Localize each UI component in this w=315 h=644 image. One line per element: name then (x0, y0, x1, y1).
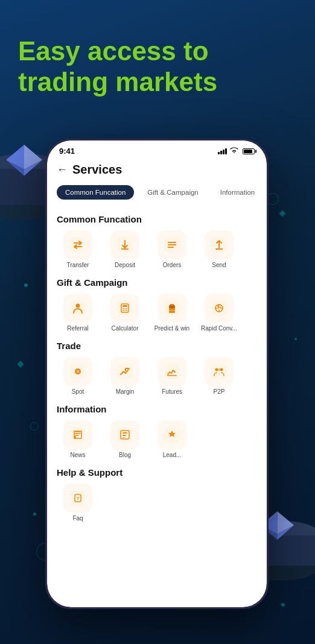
icon-item-orders[interactable]: Orders (151, 230, 193, 269)
status-time: 9:41 (59, 147, 75, 156)
transfer-label: Transfer (67, 262, 89, 269)
p2p-icon (211, 364, 227, 379)
icon-item-send[interactable]: Send (198, 230, 240, 269)
svg-rect-45 (211, 364, 227, 379)
svg-point-24 (76, 304, 80, 308)
spot-label: Spot (72, 388, 84, 396)
margin-icon (117, 364, 133, 379)
signal-bar-3 (223, 150, 224, 154)
battery-icon (243, 148, 255, 154)
margin-label: Margin (116, 388, 135, 396)
common-funcation-grid: Transfer Deposit (57, 230, 257, 269)
futures-icon (164, 364, 180, 379)
icon-item-news[interactable]: News (57, 420, 99, 459)
news-icon (70, 427, 86, 443)
tab-gift-campaign[interactable]: Gift & Campaign (139, 185, 206, 200)
svg-rect-18 (168, 242, 176, 243)
svg-point-28 (122, 308, 124, 309)
rapid-conv-icon-box (205, 294, 234, 323)
calculator-icon-box (110, 294, 139, 323)
send-icon-box (205, 230, 234, 259)
referral-icon (70, 300, 86, 316)
svg-point-30 (126, 308, 127, 309)
rapid-conv-label: Rapid Conv... (201, 325, 237, 332)
signal-bar-4 (225, 148, 227, 154)
help-grid: ? Faq (57, 484, 257, 522)
icon-item-margin[interactable]: Margin (104, 357, 146, 396)
p2p-icon-box (205, 357, 234, 386)
calculator-label: Calculator (111, 325, 138, 332)
icon-item-spot[interactable]: Spot (57, 357, 99, 396)
svg-point-46 (215, 368, 218, 371)
screen-header: ← Services (47, 158, 267, 183)
icon-item-rapid-conv[interactable]: Rapid Conv... (198, 294, 240, 332)
icon-item-faq[interactable]: ? Faq (57, 484, 99, 522)
svg-point-29 (124, 308, 126, 309)
headline-text: Easy access to trading markets (18, 36, 297, 97)
svg-point-33 (126, 310, 127, 311)
signal-bar-2 (220, 151, 222, 154)
section-title-help: Help & Support (57, 467, 257, 478)
faq-icon-box: ? (63, 484, 92, 513)
futures-label: Futures (162, 388, 182, 396)
status-icons (218, 147, 255, 156)
section-title-gift: Gift & Campaign (57, 277, 257, 288)
icon-item-blog[interactable]: Blog (104, 420, 146, 459)
svg-rect-19 (168, 244, 176, 245)
section-title-common: Common Funcation (57, 214, 257, 224)
section-title-trade: Trade (57, 341, 257, 351)
p2p-label: P2P (214, 388, 225, 396)
teal-dot-1 (24, 283, 28, 287)
phone-screen: 9:41 ← (47, 140, 267, 607)
svg-rect-16 (121, 248, 129, 250)
wifi-icon (230, 147, 238, 156)
leaderboard-icon (164, 427, 180, 443)
battery-fill (244, 150, 252, 153)
deposit-label: Deposit (115, 262, 135, 269)
svg-point-32 (124, 310, 126, 311)
signal-bar-1 (218, 152, 220, 154)
futures-icon-box (158, 357, 186, 386)
orders-label: Orders (163, 262, 182, 269)
svg-text:?: ? (77, 496, 80, 501)
referral-label: Referral (67, 325, 89, 332)
svg-point-47 (220, 368, 223, 371)
icon-item-futures[interactable]: Futures (151, 357, 193, 396)
status-bar: 9:41 (47, 140, 267, 158)
send-icon (211, 237, 227, 253)
deposit-icon-box (110, 230, 139, 259)
information-grid: News Blog (57, 420, 257, 459)
svg-rect-14 (70, 237, 86, 253)
svg-rect-54 (122, 435, 126, 436)
referral-icon-box (63, 294, 92, 323)
faq-icon: ? (70, 490, 86, 506)
icon-item-transfer[interactable]: Transfer (57, 230, 99, 269)
svg-rect-36 (171, 304, 173, 306)
svg-rect-42 (117, 364, 133, 379)
icon-item-predict[interactable]: Predict & win (151, 294, 193, 332)
tab-information[interactable]: Information (212, 185, 264, 200)
orders-icon (164, 237, 180, 253)
spot-icon (70, 364, 86, 379)
blog-label: Blog (119, 452, 131, 459)
circle-2 (30, 422, 39, 431)
icon-item-p2p[interactable]: P2P (198, 357, 240, 396)
svg-point-48 (218, 368, 220, 371)
deposit-icon (117, 237, 133, 253)
icon-item-deposit[interactable]: Deposit (104, 230, 146, 269)
icon-item-calculator[interactable]: Calculator (104, 294, 146, 332)
phone-wrapper: 9:41 ← (45, 139, 315, 609)
svg-rect-55 (122, 437, 125, 438)
back-arrow-icon[interactable]: ← (57, 163, 68, 176)
svg-rect-22 (215, 248, 223, 250)
phone: 9:41 ← (45, 139, 269, 609)
icon-item-referral[interactable]: Referral (57, 294, 99, 332)
orders-icon-box (158, 230, 186, 259)
icon-item-leaderboard[interactable]: Lead... (151, 420, 193, 459)
tab-common-funcation[interactable]: Common Funcation (57, 185, 134, 200)
svg-point-31 (122, 310, 124, 311)
svg-rect-20 (168, 247, 174, 248)
leaderboard-label: Lead... (163, 452, 182, 459)
section-title-information: Information (57, 404, 257, 414)
blog-icon-box (110, 420, 139, 449)
